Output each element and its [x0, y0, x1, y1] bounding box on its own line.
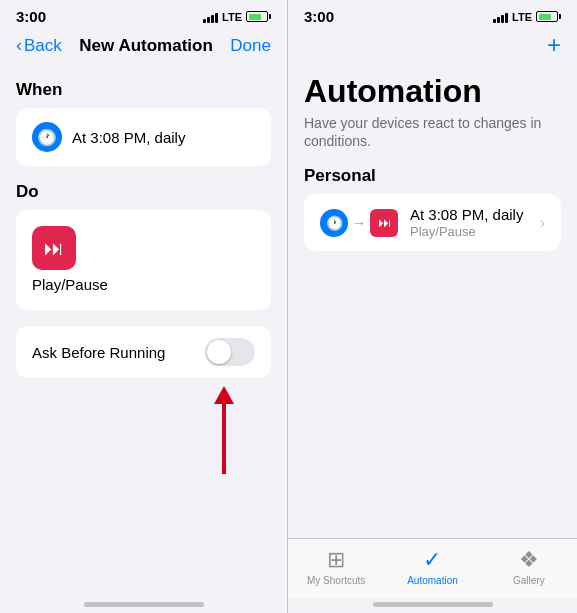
right-panel: 3:00 LTE + Automation Have your devices … — [288, 0, 577, 613]
right-status-time: 3:00 — [304, 8, 334, 25]
do-action-label: Play/Pause — [32, 276, 108, 293]
left-content: When 🕐 At 3:08 PM, daily Do ⏭ Play/Pause… — [0, 64, 287, 598]
automation-item-title: At 3:08 PM, daily — [410, 206, 528, 223]
right-nav-bar: + — [288, 29, 577, 65]
automation-play-icon: ⏭ — [370, 209, 398, 237]
ask-before-running-label: Ask Before Running — [32, 344, 165, 361]
right-battery-icon — [536, 11, 561, 22]
automation-info: At 3:08 PM, daily Play/Pause — [410, 206, 528, 239]
right-status-bar: 3:00 LTE — [288, 0, 577, 29]
tab-bar: ⊞ My Shortcuts ✓ Automation ❖ Gallery — [288, 538, 577, 598]
toggle-knob — [207, 340, 231, 364]
lte-icon: LTE — [222, 11, 242, 23]
clock-icon: 🕐 — [32, 122, 62, 152]
signal-bars-icon — [203, 11, 218, 23]
right-bottom — [288, 598, 577, 613]
home-indicator — [84, 602, 204, 607]
arrow-head-icon — [214, 386, 234, 404]
right-home-indicator — [373, 602, 493, 607]
tab-gallery-label: Gallery — [513, 575, 545, 586]
tab-my-shortcuts[interactable]: ⊞ My Shortcuts — [288, 547, 384, 586]
my-shortcuts-icon: ⊞ — [327, 547, 345, 573]
automation-card[interactable]: 🕐 → ⏭ At 3:08 PM, daily Play/Pause › — [304, 194, 561, 251]
left-status-bar: 3:00 LTE — [0, 0, 287, 29]
when-section-label: When — [16, 80, 271, 100]
when-text: At 3:08 PM, daily — [72, 129, 185, 146]
left-bottom — [0, 598, 287, 613]
ask-before-running-row[interactable]: Ask Before Running — [16, 326, 271, 378]
page-subtitle: Have your devices react to changes in co… — [304, 114, 561, 150]
automation-chevron-icon: › — [540, 214, 545, 232]
nav-bar: ‹ Back New Automation Done — [0, 29, 287, 64]
play-pause-icon: ⏭ — [32, 226, 76, 270]
ask-before-running-toggle[interactable] — [205, 338, 255, 366]
when-card[interactable]: 🕐 At 3:08 PM, daily — [16, 108, 271, 166]
back-button[interactable]: ‹ Back — [16, 35, 62, 56]
left-status-time: 3:00 — [16, 8, 46, 25]
arrow-connector-icon: → — [352, 215, 366, 231]
page-title: Automation — [304, 73, 561, 110]
chevron-left-icon: ‹ — [16, 35, 22, 56]
left-status-icons: LTE — [203, 11, 271, 23]
gallery-icon: ❖ — [519, 547, 539, 573]
spacer — [288, 306, 577, 539]
do-section-label: Do — [16, 182, 271, 202]
battery-icon — [246, 11, 271, 22]
arrow-annotation — [176, 386, 271, 474]
do-card[interactable]: ⏭ Play/Pause — [16, 210, 271, 310]
nav-title: New Automation — [79, 36, 212, 56]
right-lte-icon: LTE — [512, 11, 532, 23]
automation-icons: 🕐 → ⏭ — [320, 209, 398, 237]
right-status-icons: LTE — [493, 11, 561, 23]
left-panel: 3:00 LTE ‹ Back New Automation Done — [0, 0, 288, 613]
arrow-shaft — [222, 404, 226, 474]
personal-section-label: Personal — [304, 166, 561, 186]
tab-gallery[interactable]: ❖ Gallery — [481, 547, 577, 586]
back-label: Back — [24, 36, 62, 56]
tab-automation[interactable]: ✓ Automation — [384, 547, 480, 586]
right-content: Automation Have your devices react to ch… — [288, 65, 577, 306]
automation-tab-icon: ✓ — [423, 547, 441, 573]
done-button[interactable]: Done — [230, 36, 271, 56]
right-signal-bars-icon — [493, 11, 508, 23]
automation-item-subtitle: Play/Pause — [410, 224, 528, 239]
add-automation-button[interactable]: + — [547, 33, 561, 57]
automation-clock-icon: 🕐 — [320, 209, 348, 237]
tab-my-shortcuts-label: My Shortcuts — [307, 575, 365, 586]
tab-automation-label: Automation — [407, 575, 458, 586]
